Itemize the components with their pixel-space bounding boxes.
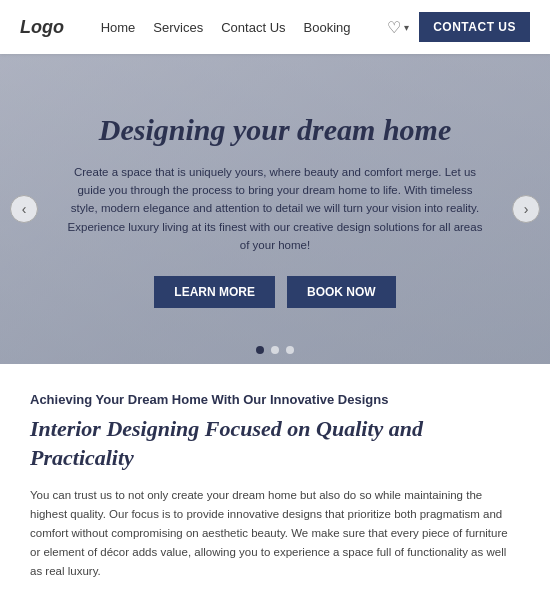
hero-content: Designing your dream home Create a space… — [65, 110, 485, 309]
about-title: Interior Designing Focused on Quality an… — [30, 415, 520, 472]
nav-right: ♡ ▾ CONTACT US — [387, 12, 530, 42]
about-subtitle: Achieving Your Dream Home With Our Innov… — [30, 392, 520, 407]
heart-icon[interactable]: ♡ ▾ — [387, 18, 409, 37]
about-text: You can trust us to not only create your… — [30, 486, 520, 581]
dot-2[interactable] — [271, 346, 279, 354]
nav-services[interactable]: Services — [153, 20, 203, 35]
hero-subtitle: Create a space that is uniquely yours, w… — [65, 163, 485, 255]
nav-home[interactable]: Home — [101, 20, 136, 35]
dot-3[interactable] — [286, 346, 294, 354]
navbar: Logo Home Services Contact Us Booking ♡ … — [0, 0, 550, 54]
hero-prev-button[interactable]: ‹ — [10, 195, 38, 223]
contact-us-button[interactable]: CONTACT US — [419, 12, 530, 42]
hero-section: ‹ Designing your dream home Create a spa… — [0, 54, 550, 364]
nav-contact[interactable]: Contact Us — [221, 20, 285, 35]
hero-buttons: LEARN MORE BOOK NOW — [65, 276, 485, 308]
about-section: Achieving Your Dream Home With Our Innov… — [0, 364, 550, 600]
learn-more-button[interactable]: LEARN MORE — [154, 276, 275, 308]
hero-title: Designing your dream home — [65, 110, 485, 149]
hero-next-button[interactable]: › — [512, 195, 540, 223]
nav-links: Home Services Contact Us Booking — [101, 18, 351, 36]
logo: Logo — [20, 17, 64, 38]
hero-dots — [256, 346, 294, 354]
nav-booking[interactable]: Booking — [304, 20, 351, 35]
book-now-button[interactable]: BOOK NOW — [287, 276, 396, 308]
dot-1[interactable] — [256, 346, 264, 354]
